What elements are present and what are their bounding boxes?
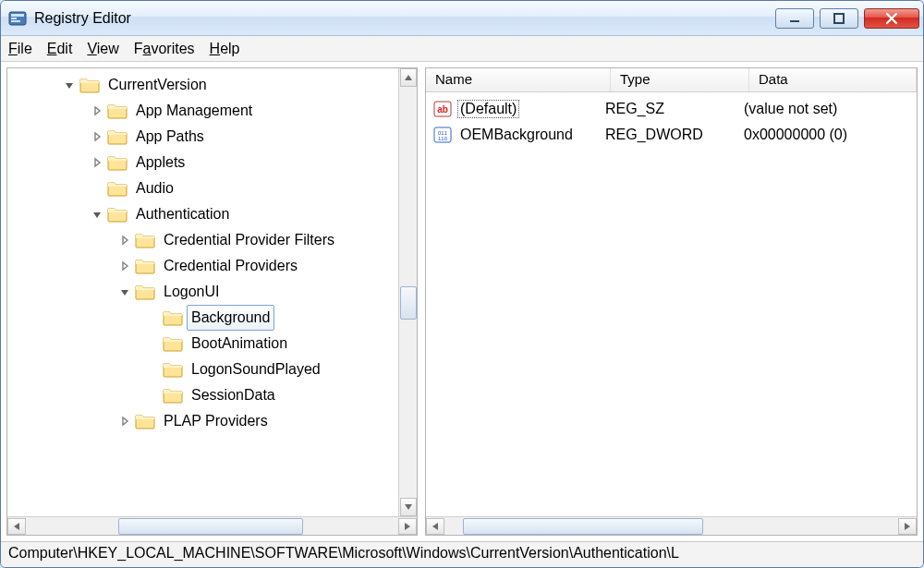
- tree-item[interactable]: App Management: [7, 98, 417, 124]
- tree-expander-placeholder: [146, 363, 159, 376]
- values-list[interactable]: ab(Default)REG_SZ(value not set)011110OE…: [426, 92, 917, 151]
- svg-rect-3: [11, 20, 20, 22]
- tree-expander-icon[interactable]: [91, 208, 103, 221]
- tree-expander-placeholder: [146, 311, 159, 324]
- value-name: (Default): [457, 100, 519, 118]
- tree-item-label: App Management: [131, 98, 257, 124]
- tree-item-label: PLAP Providers: [159, 408, 273, 434]
- tree-expander-placeholder: [91, 182, 103, 195]
- column-data[interactable]: Data: [749, 68, 917, 91]
- value-name: OEMBackground: [457, 126, 576, 144]
- maximize-button[interactable]: [820, 8, 858, 29]
- folder-icon: [135, 283, 155, 301]
- tree-expander-icon[interactable]: [91, 156, 103, 169]
- folder-icon: [163, 360, 183, 379]
- tree-expander-placeholder: [146, 337, 159, 350]
- tree-item[interactable]: PLAP Providers: [7, 408, 417, 434]
- folder-icon: [135, 257, 155, 275]
- tree-item[interactable]: SessionData: [7, 382, 417, 408]
- registry-tree[interactable]: CurrentVersionApp ManagementApp PathsApp…: [7, 68, 417, 438]
- list-row[interactable]: ab(Default)REG_SZ(value not set): [426, 96, 917, 122]
- tree-item-label: Applets: [131, 150, 189, 175]
- svg-rect-2: [11, 18, 17, 19]
- tree-item[interactable]: Audio: [7, 175, 417, 201]
- list-horizontal-scrollbar[interactable]: [426, 516, 917, 535]
- scroll-down-icon[interactable]: [400, 498, 417, 516]
- menu-file[interactable]: File: [8, 41, 32, 57]
- folder-icon: [163, 386, 183, 405]
- tree-item-label: SessionData: [187, 382, 280, 408]
- tree-item[interactable]: Authentication: [7, 201, 417, 227]
- scroll-thumb[interactable]: [400, 286, 417, 320]
- tree-item[interactable]: App Paths: [7, 124, 417, 150]
- menubar: File Edit View Favorites Help: [1, 36, 923, 62]
- column-type[interactable]: Type: [611, 68, 749, 91]
- tree-item[interactable]: BootAnimation: [7, 331, 417, 357]
- tree-item[interactable]: Applets: [7, 150, 417, 175]
- tree-item-label: Credential Providers: [159, 253, 302, 279]
- tree-item-label: Authentication: [131, 201, 234, 227]
- menu-favorites[interactable]: Favorites: [134, 41, 195, 57]
- menu-view[interactable]: View: [87, 41, 118, 57]
- statusbar: Computer\HKEY_LOCAL_MACHINE\SOFTWARE\Mic…: [1, 541, 923, 567]
- column-name[interactable]: Name: [426, 68, 611, 91]
- list-row[interactable]: 011110OEMBackgroundREG_DWORD0x00000000 (…: [426, 122, 917, 148]
- tree-vertical-scrollbar[interactable]: [398, 68, 417, 516]
- tree-item-label: Background: [187, 305, 274, 331]
- folder-icon: [163, 308, 183, 327]
- tree-item-label: Credential Provider Filters: [159, 227, 339, 253]
- list-header[interactable]: Name Type Data: [426, 68, 917, 92]
- value-type: REG_SZ: [605, 101, 744, 117]
- tree-item[interactable]: Background: [7, 305, 417, 331]
- svg-rect-4: [790, 20, 799, 22]
- scroll-right-icon[interactable]: [398, 518, 417, 535]
- tree-item[interactable]: CurrentVersion: [7, 72, 417, 98]
- tree-item[interactable]: LogonUI: [7, 279, 417, 305]
- folder-icon: [163, 334, 183, 353]
- status-path: Computer\HKEY_LOCAL_MACHINE\SOFTWARE\Mic…: [8, 545, 679, 561]
- tree-item-label: Audio: [131, 175, 178, 201]
- titlebar[interactable]: Registry Editor: [1, 1, 923, 36]
- string-value-icon: ab: [433, 100, 452, 118]
- svg-text:ab: ab: [437, 104, 448, 115]
- folder-icon: [135, 231, 155, 249]
- tree-item-label: BootAnimation: [187, 331, 292, 357]
- tree-expander-icon[interactable]: [91, 130, 103, 143]
- tree-item[interactable]: Credential Provider Filters: [7, 227, 417, 253]
- tree-expander-icon[interactable]: [63, 79, 76, 91]
- tree-expander-icon[interactable]: [91, 104, 103, 117]
- tree-body: CurrentVersionApp ManagementApp PathsApp…: [7, 68, 417, 516]
- tree-item[interactable]: Credential Providers: [7, 253, 417, 279]
- tree-expander-icon[interactable]: [118, 234, 131, 247]
- tree-item[interactable]: LogonSoundPlayed: [7, 357, 417, 382]
- folder-icon: [107, 153, 128, 172]
- tree-expander-icon[interactable]: [118, 285, 131, 298]
- tree-pane: CurrentVersionApp ManagementApp PathsApp…: [6, 67, 418, 536]
- folder-icon: [79, 76, 100, 94]
- folder-icon: [107, 205, 128, 224]
- tree-expander-placeholder: [146, 389, 159, 402]
- tree-horizontal-scrollbar[interactable]: [7, 516, 417, 535]
- value-data: 0x00000000 (0): [744, 127, 917, 143]
- minimize-button[interactable]: [775, 8, 814, 29]
- value-data: (value not set): [744, 101, 917, 117]
- tree-expander-icon[interactable]: [118, 260, 131, 272]
- content-area: CurrentVersionApp ManagementApp PathsApp…: [1, 62, 923, 541]
- scroll-thumb[interactable]: [118, 518, 303, 535]
- close-button[interactable]: [864, 8, 919, 29]
- values-pane: Name Type Data ab(Default)REG_SZ(value n…: [425, 67, 918, 536]
- scroll-up-icon[interactable]: [400, 68, 417, 87]
- scroll-thumb[interactable]: [463, 518, 703, 535]
- tree-item-label: App Paths: [131, 124, 209, 150]
- scroll-right-icon[interactable]: [898, 518, 917, 535]
- svg-rect-5: [834, 14, 844, 23]
- folder-icon: [107, 102, 128, 120]
- menu-help[interactable]: Help: [210, 41, 240, 57]
- scroll-left-icon[interactable]: [426, 518, 444, 535]
- scroll-left-icon[interactable]: [7, 518, 26, 535]
- tree-item-label: LogonSoundPlayed: [187, 357, 325, 382]
- menu-edit[interactable]: Edit: [47, 41, 73, 57]
- app-icon: [8, 9, 27, 28]
- tree-item-label: CurrentVersion: [103, 72, 212, 98]
- tree-expander-icon[interactable]: [118, 415, 131, 428]
